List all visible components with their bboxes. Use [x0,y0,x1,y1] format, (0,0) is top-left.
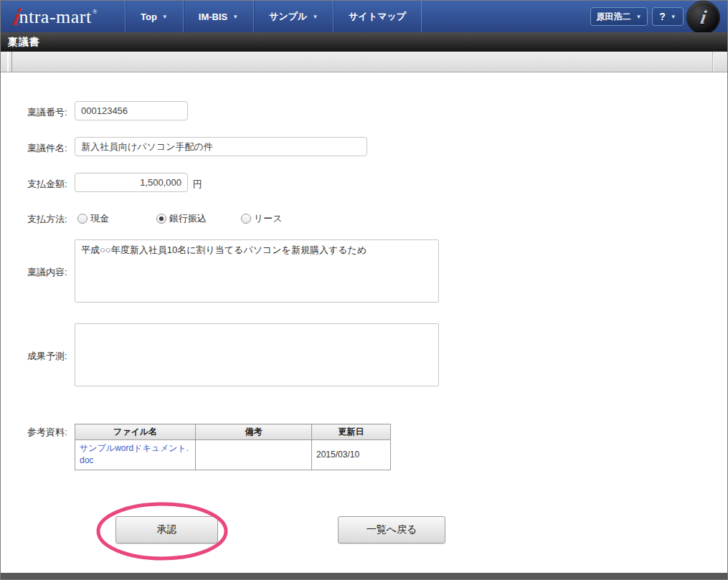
result-forecast-textarea[interactable] [75,323,439,386]
radio-label: 現金 [90,212,109,225]
logo-text: ntra-mart [19,6,91,28]
approve-button[interactable]: 承認 [115,516,218,543]
ringi-content-label: 稟議内容: [27,266,73,279]
chevron-down-icon: ▼ [162,14,168,20]
main-menu: Top ▼ IM-BIS ▼ サンプル ▼ サイトマップ [125,1,422,32]
column-header-filename: ファイル名 [75,424,196,440]
title-bar: 稟議書 [1,32,727,52]
currency-unit-label: 円 [193,178,202,191]
chevron-down-icon: ▼ [671,14,676,20]
brand-i-glyph: i [699,6,708,29]
registered-mark: ® [93,8,98,15]
result-forecast-label: 成果予測: [27,350,73,363]
table-header-row: ファイル名 備考 更新日 [75,424,391,440]
user-menu-button[interactable]: 原田浩二 ▼ [590,7,648,26]
payment-amount-label: 支払金額: [27,178,73,191]
menu-item-label: サイトマップ [349,10,406,23]
intra-mart-badge-icon[interactable]: i [686,1,720,34]
file-link[interactable]: サンプルwordドキュメント.doc [80,443,189,465]
radio-label: リース [254,212,283,225]
payment-method-group: 現金 銀行振込 リース [77,212,283,225]
attachments-label: 参考資料: [27,426,73,439]
chevron-down-icon: ▼ [312,14,318,20]
splitter-handle[interactable] [1,52,12,72]
strip-divider [712,52,713,72]
menu-item-sitemap[interactable]: サイトマップ [333,1,422,32]
payment-method-label: 支払方法: [27,213,73,226]
menu-item-label: サンプル [269,10,307,23]
updated-cell: 2015/03/10 [312,440,391,470]
radio-button-icon [241,214,251,224]
top-navbar: intra-mart® Top ▼ IM-BIS ▼ サンプル ▼ サイトマップ… [1,1,727,33]
menu-item-sample[interactable]: サンプル ▼ [253,1,333,32]
ringi-title-label: 稟議件名: [27,142,73,155]
note-cell [196,440,312,470]
application-window: intra-mart® Top ▼ IM-BIS ▼ サンプル ▼ サイトマップ… [0,0,728,580]
toolbar-strip [1,52,727,72]
chevron-down-icon: ▼ [636,14,642,20]
radio-cash[interactable]: 現金 [77,212,109,225]
column-header-note: 備考 [196,424,312,440]
back-to-list-button[interactable]: 一覧へ戻る [338,516,445,543]
filename-cell: サンプルwordドキュメント.doc [75,440,196,470]
radio-button-icon [156,214,166,224]
payment-amount-input[interactable] [75,173,188,192]
menu-item-label: IM-BIS [199,11,227,22]
attachments-table: ファイル名 備考 更新日 サンプルwordドキュメント.doc 2015/03/… [75,424,391,470]
radio-bank-transfer[interactable]: 銀行振込 [156,212,207,225]
radio-label: 銀行振込 [169,212,207,225]
menu-item-top[interactable]: Top ▼ [125,1,183,32]
ringi-number-input[interactable] [75,101,188,120]
column-header-updated: 更新日 [312,424,391,440]
ringi-title-input[interactable] [75,137,367,156]
ringi-number-label: 稟議番号: [27,106,73,119]
help-menu-button[interactable]: ? ▼ [652,7,684,26]
radio-button-icon [77,214,88,224]
page-title: 稟議書 [1,36,40,49]
help-label: ? [659,11,666,22]
radio-lease[interactable]: リース [241,212,283,225]
menu-item-im-bis[interactable]: IM-BIS ▼ [183,1,253,32]
intra-mart-logo[interactable]: intra-mart® [14,3,98,32]
menu-item-label: Top [141,11,157,22]
user-name: 原田浩二 [597,11,631,23]
table-row: サンプルwordドキュメント.doc 2015/03/10 [75,440,391,470]
ringi-content-textarea[interactable]: 平成○○年度新入社員10名に割り当てるパソコンを新規購入するため [75,239,439,303]
chevron-down-icon: ▼ [232,14,238,20]
bottom-status-bar [1,573,727,579]
